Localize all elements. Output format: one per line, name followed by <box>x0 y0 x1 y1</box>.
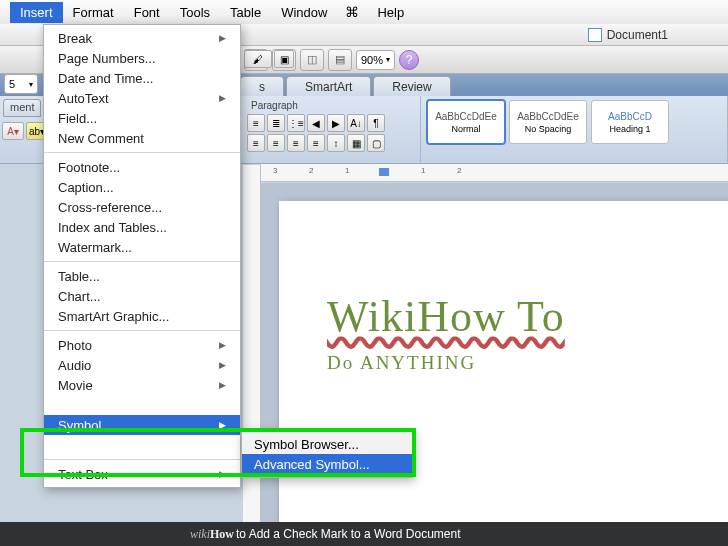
show-marks-icon[interactable]: ¶ <box>367 114 385 132</box>
ribbon-tab-smartart[interactable]: SmartArt <box>286 76 371 96</box>
menu-item-page-numbers[interactable]: Page Numbers... <box>44 48 240 68</box>
shading-icon[interactable]: ▦ <box>347 134 365 152</box>
mac-menubar: Insert Format Font Tools Table Window ⌘ … <box>0 0 728 24</box>
align-right-icon[interactable]: ≡ <box>287 134 305 152</box>
menu-item-caption[interactable]: Caption... <box>44 177 240 197</box>
insert-menu-dropdown: Break▶ Page Numbers... Date and Time... … <box>43 24 241 488</box>
submenu-item-advanced-symbol[interactable]: Advanced Symbol... <box>242 454 412 474</box>
ribbon-tab-left-partial[interactable]: ment <box>3 99 41 117</box>
line-spacing-icon[interactable]: ↕ <box>327 134 345 152</box>
menu-item-audio[interactable]: Audio▶ <box>44 355 240 375</box>
menu-item-photo[interactable]: Photo▶ <box>44 335 240 355</box>
style-normal[interactable]: AaBbCcDdEe Normal <box>427 100 505 144</box>
document-icon <box>588 28 602 42</box>
menu-item-symbol[interactable]: Symbol▶ <box>44 415 240 435</box>
doc-subheading: Do ANYTHING <box>327 352 728 374</box>
menu-separator <box>44 330 240 331</box>
menu-item-break[interactable]: Break▶ <box>44 28 240 48</box>
toolbar-icon-1[interactable]: ▣ <box>274 50 294 68</box>
justify-icon[interactable]: ≡ <box>307 134 325 152</box>
tutorial-caption-bar: wikiHow to Add a Check Mark to a Word Do… <box>0 522 728 546</box>
menu-item-text-box[interactable]: Text Box▶ <box>44 464 240 484</box>
format-painter-icon[interactable]: 🖌 <box>244 50 272 68</box>
help-button[interactable]: ? <box>399 50 419 70</box>
menu-item-movie[interactable]: Movie▶ <box>44 375 240 395</box>
font-size-field[interactable]: 5▾ <box>4 74 38 94</box>
menu-item-index-tables[interactable]: Index and Tables... <box>44 217 240 237</box>
wikihow-brand-wiki: wiki <box>190 527 210 542</box>
increase-indent-icon[interactable]: ▶ <box>327 114 345 132</box>
submenu-item-symbol-browser[interactable]: Symbol Browser... <box>242 434 412 454</box>
menu-format[interactable]: Format <box>63 2 124 23</box>
align-center-icon[interactable]: ≡ <box>267 134 285 152</box>
document-title: Document1 <box>607 28 668 42</box>
sidebar-icon[interactable]: ▤ <box>328 49 352 71</box>
menu-separator <box>44 261 240 262</box>
zoom-combobox[interactable]: 90%▾ <box>356 50 395 70</box>
menu-insert[interactable]: Insert <box>10 2 63 23</box>
menu-item-autotext[interactable]: AutoText▶ <box>44 88 240 108</box>
decrease-indent-icon[interactable]: ◀ <box>307 114 325 132</box>
menu-item-footnote[interactable]: Footnote... <box>44 157 240 177</box>
menu-item-new-comment[interactable]: New Comment <box>44 128 240 148</box>
menu-item-cross-reference[interactable]: Cross-reference... <box>44 197 240 217</box>
doc-heading: WikiHow To <box>327 291 728 342</box>
style-heading-1[interactable]: AaBbCcD Heading 1 <box>591 100 669 144</box>
ribbon-group-label-paragraph: Paragraph <box>247 98 414 112</box>
ribbon-tab-review[interactable]: Review <box>373 76 450 96</box>
menu-item-date-time[interactable]: Date and Time... <box>44 68 240 88</box>
menu-item-watermark[interactable]: Watermark... <box>44 237 240 257</box>
bullets-icon[interactable]: ≡ <box>247 114 265 132</box>
menu-separator <box>44 152 240 153</box>
menu-table[interactable]: Table <box>220 2 271 23</box>
borders-icon[interactable]: ▢ <box>367 134 385 152</box>
menu-help[interactable]: Help <box>367 2 414 23</box>
align-left-icon[interactable]: ≡ <box>247 134 265 152</box>
media-icon[interactable]: ◫ <box>300 49 324 71</box>
menu-font[interactable]: Font <box>124 2 170 23</box>
menu-tools[interactable]: Tools <box>170 2 220 23</box>
margin-marker-icon[interactable] <box>379 168 389 176</box>
menu-item-smartart[interactable]: SmartArt Graphic... <box>44 306 240 326</box>
horizontal-ruler[interactable]: 3 2 1 1 2 <box>261 164 728 182</box>
numbering-icon[interactable]: ≣ <box>267 114 285 132</box>
menu-separator <box>44 459 240 460</box>
menu-item-table[interactable]: Table... <box>44 266 240 286</box>
ribbon-tab-partial[interactable]: s <box>240 76 284 96</box>
menu-item-field[interactable]: Field... <box>44 108 240 128</box>
style-no-spacing[interactable]: AaBbCcDdEe No Spacing <box>509 100 587 144</box>
symbol-submenu: Symbol Browser... Advanced Symbol... <box>241 430 413 478</box>
font-color-icon[interactable]: A▾ <box>2 122 24 140</box>
menu-window[interactable]: Window <box>271 2 337 23</box>
wikihow-brand-how: How <box>210 527 234 542</box>
menu-item-chart[interactable]: Chart... <box>44 286 240 306</box>
multilevel-icon[interactable]: ⋮≡ <box>287 114 305 132</box>
script-menu-icon[interactable]: ⌘ <box>337 4 367 20</box>
tutorial-title: to Add a Check Mark to a Word Document <box>236 527 461 541</box>
sort-icon[interactable]: A↓ <box>347 114 365 132</box>
